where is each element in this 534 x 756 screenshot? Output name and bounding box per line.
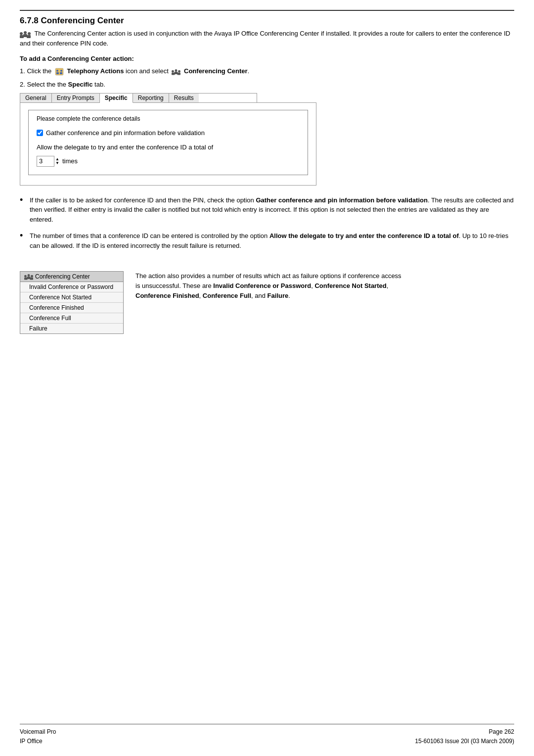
- conferencing-center-icon-step: [172, 68, 180, 76]
- intro-block: The Conferencing Center action is used i…: [20, 29, 514, 48]
- svg-rect-21: [31, 275, 33, 278]
- spinner-box: 3: [37, 156, 54, 167]
- spinner-value: 3: [39, 157, 43, 165]
- svg-rect-10: [60, 72, 62, 74]
- svg-rect-19: [28, 274, 30, 277]
- step-1: 1. Click the Telephony Actions icon and …: [20, 66, 514, 77]
- footer-issue: 15-601063 Issue 20I (03 March 2009): [415, 737, 514, 746]
- section-title: 6.7.8 Conferencing Center: [20, 16, 514, 26]
- list-item-finished: Conference Finished: [20, 303, 123, 313]
- step-1-text-before: Click the: [27, 67, 51, 75]
- page-wrapper: 6.7.8 Conferencing Center The Conferenci…: [0, 0, 534, 756]
- svg-rect-0: [20, 32, 23, 35]
- step-1-text-middle: icon and select: [126, 67, 169, 75]
- allow-row: Allow the delegate to try and enter the …: [37, 143, 300, 151]
- top-border: [20, 10, 514, 11]
- section-number: 6.7.8: [20, 16, 39, 25]
- svg-point-8: [60, 70, 62, 72]
- bullet-dot-1: •: [20, 195, 27, 205]
- results-list-header: Conferencing Center: [20, 272, 123, 282]
- svg-rect-9: [56, 72, 59, 74]
- svg-rect-20: [27, 277, 31, 279]
- footer-product: Voicemail Pro: [20, 727, 56, 737]
- svg-rect-16: [178, 72, 181, 75]
- step-1-link-text: Telephony Actions: [67, 67, 124, 75]
- svg-rect-14: [175, 72, 178, 74]
- results-section: Conferencing Center Invalid Conference o…: [20, 271, 514, 334]
- svg-rect-15: [178, 70, 180, 72]
- list-item-invalid: Invalid Conference or Password: [20, 282, 123, 292]
- results-list: Conferencing Center Invalid Conference o…: [20, 271, 124, 334]
- fieldset-legend: Please complete the conference details: [37, 115, 300, 122]
- footer-left: Voicemail Pro IP Office: [20, 727, 56, 746]
- spinner-suffix: times: [62, 157, 78, 165]
- specific-panel: Please complete the conference details G…: [20, 102, 316, 186]
- svg-rect-17: [24, 275, 27, 278]
- add-action-header: To add a Conferencing Center action:: [20, 55, 514, 62]
- list-item-failure: Failure: [20, 324, 123, 333]
- svg-rect-4: [28, 32, 31, 35]
- bullet-section: • If the caller is to be asked for confe…: [20, 195, 514, 258]
- bullet-text-1: If the caller is to be asked for confere…: [30, 195, 514, 225]
- footer-system: IP Office: [20, 737, 56, 746]
- svg-rect-1: [20, 35, 24, 38]
- spinner-down[interactable]: ▼: [55, 161, 59, 165]
- step-1-number: 1.: [20, 67, 25, 75]
- svg-rect-6: [55, 68, 63, 75]
- tab-bar: General Entry Prompts Specific Reporting…: [20, 93, 257, 103]
- svg-rect-11: [172, 70, 174, 72]
- step-2-text-after: tab.: [94, 81, 105, 88]
- svg-rect-12: [172, 72, 175, 75]
- bullet-text-2: The number of times that a conference ID…: [30, 231, 514, 250]
- allow-text: Allow the delegate to try and enter the …: [37, 143, 213, 151]
- svg-rect-3: [23, 34, 27, 37]
- results-list-icon: [24, 273, 33, 280]
- tab-reporting[interactable]: Reporting: [133, 94, 169, 103]
- footer: Voicemail Pro IP Office Page 262 15-6010…: [20, 724, 514, 746]
- tab-general[interactable]: General: [20, 94, 52, 103]
- spinner-arrows[interactable]: ▲ ▼: [55, 157, 59, 165]
- conferencing-icon-intro: [20, 30, 31, 38]
- step-2-text: Select the: [27, 81, 55, 88]
- gather-info-checkbox[interactable]: [37, 130, 43, 136]
- tab-specific[interactable]: Specific: [100, 94, 133, 103]
- list-item-full: Conference Full: [20, 313, 123, 324]
- list-item-not-started: Conference Not Started: [20, 292, 123, 303]
- bullet-item-2: • The number of times that a conference …: [20, 231, 514, 250]
- svg-point-7: [56, 70, 58, 72]
- tab-entry-prompts[interactable]: Entry Prompts: [52, 94, 100, 103]
- conference-details-fieldset: Please complete the conference details G…: [28, 110, 308, 175]
- telephony-actions-icon: [55, 68, 64, 76]
- bullet-dot-2: •: [20, 231, 27, 241]
- intro-text: The Conferencing Center action is used i…: [20, 30, 510, 47]
- step-2-bold: Specific: [68, 81, 93, 88]
- gather-info-row: Gather conference and pin information be…: [37, 129, 300, 137]
- tab-results[interactable]: Results: [169, 94, 199, 103]
- bullet-item-1: • If the caller is to be asked for confe…: [20, 195, 514, 225]
- gather-info-label: Gather conference and pin information be…: [46, 129, 205, 137]
- results-description: The action also provides a number of res…: [135, 271, 402, 301]
- footer-page: Page 262: [415, 727, 514, 737]
- section-heading: Conferencing Center: [41, 16, 124, 25]
- svg-rect-2: [24, 31, 27, 34]
- svg-rect-13: [175, 69, 178, 72]
- svg-rect-18: [24, 278, 28, 280]
- step-1-link-text2: Conferencing Center: [184, 67, 248, 75]
- svg-rect-5: [27, 35, 31, 38]
- spinner-row: 3 ▲ ▼ times: [37, 156, 300, 167]
- step-2-number: 2.: [20, 81, 25, 88]
- results-list-title: Conferencing Center: [35, 273, 90, 280]
- step-2: 2. Select the the Specific tab.: [20, 80, 514, 90]
- svg-rect-22: [30, 278, 33, 280]
- step-1-text-after: .: [248, 67, 250, 75]
- footer-right: Page 262 15-601063 Issue 20I (03 March 2…: [415, 727, 514, 746]
